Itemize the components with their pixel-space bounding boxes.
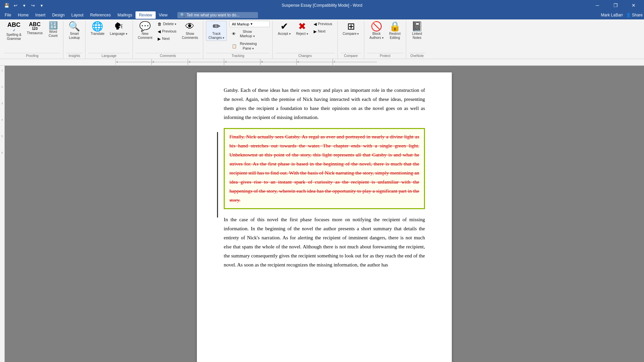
protect-buttons: 🚫 BlockAuthors ▾ 🔒 RestrictEditing [367,21,403,53]
svg-text:1: 1 [116,60,118,63]
svg-text:5: 5 [261,60,263,63]
reject-button[interactable]: ✖ Reject ▾ [294,21,311,37]
paragraph-1: Gatsby. Each of these ideas has their ow… [224,86,425,122]
wordcount-button[interactable]: 🔢 WordCount [46,21,60,39]
show-markup-icon: 👁 [232,32,236,36]
markup-dropdown-value: All Markup [232,22,249,26]
paragraph-2: In the case of this novel the first phas… [224,215,425,269]
ruler-mark-6: 6 [1,151,3,154]
menu-references[interactable]: References [87,11,114,19]
menu-bar: File Home Insert Design Layout Reference… [0,11,644,19]
track-changes-button[interactable]: ✏ TrackChanges ▾ [206,21,227,41]
ribbon-group-insights: 🔍 SmartLookup Insights [63,21,86,59]
menu-insert[interactable]: Insert [32,11,49,19]
insights-label: Insights [66,53,83,59]
comments-label: Comments [136,53,201,59]
ribbon-group-comments: 💬 NewComment 🗑 Delete ▾ ◀ Previous ▶ Nex… [133,21,204,59]
prev-change-button[interactable]: ◀ Previous [311,21,335,27]
ribbon-group-language: 🌐 Translate 🗣 Language ▾ Language [86,21,133,59]
accept-button[interactable]: ✔ Accept ▾ [275,21,293,37]
restore-button[interactable]: ❐ [608,0,623,11]
svg-rect-1 [115,62,377,62]
ribbon-group-tracking: ✏ TrackChanges ▾ All Markup ▾ 👁 Show Mar… [203,21,273,59]
new-comment-icon: 💬 [139,22,151,31]
menu-review[interactable]: Review [136,11,155,19]
search-icon: 🔍 [180,13,185,17]
main-layout: 1 2 3 4 5 6 Gatsby. Each of these ideas … [0,66,644,362]
show-markup-button[interactable]: 👁 Show Markup ▾ [229,28,270,39]
compare-label: Compare [340,53,362,59]
wordcount-icon: 🔢 [49,22,58,29]
document-area[interactable]: Gatsby. Each of these ideas has their ow… [5,66,644,362]
menu-design[interactable]: Design [49,11,68,19]
thesaurus-button[interactable]: ABC 123 Thesaurus [24,21,45,36]
next-comment-button[interactable]: ▶ Next [155,36,179,42]
ruler-mark-2: 2 [1,85,3,88]
reject-icon: ✖ [298,22,306,31]
ribbon-group-compare: ⊞ Compare ▾ Compare [338,21,365,59]
onenote-label: OneNote [409,53,425,59]
window-title: Suspense Essay [Compatibility Mode] - Wo… [282,3,363,8]
insights-buttons: 🔍 SmartLookup [66,21,83,53]
menu-view[interactable]: View [156,11,171,19]
delete-comment-button[interactable]: 🗑 Delete ▾ [155,21,179,27]
tracking-buttons: ✏ TrackChanges ▾ All Markup ▾ 👁 Show Mar… [206,21,270,53]
close-button[interactable]: ✕ [626,0,641,11]
next-change-button[interactable]: ▶ Next [311,28,335,35]
language-button[interactable]: 🗣 Language ▾ [108,21,130,37]
smart-lookup-button[interactable]: 🔍 SmartLookup [66,21,83,41]
ruler-mark-5: 5 [1,135,3,138]
show-comments-icon: 👁 [185,22,195,31]
customize-quick-access[interactable]: ▾ [38,1,46,9]
restrict-editing-icon: 🔒 [389,22,401,31]
redo-button[interactable]: ↪ [29,1,37,9]
strikethrough-text: Finally, Nick actually sees Gatsby. As r… [229,134,419,203]
highlighted-paragraph: Finally, Nick actually sees Gatsby. As r… [224,128,425,209]
title-bar-left: 💾 ↩ ▾ ↪ ▾ [3,1,46,9]
share-button[interactable]: 👤 Share [626,13,643,17]
save-button[interactable]: 💾 [3,1,11,9]
restrict-editing-button[interactable]: 🔒 RestrictEditing [387,21,403,41]
ribbon-group-proofing: ABC ✓ Spelling &Grammar ABC 123 Thesauru… [1,21,63,59]
menu-mailings[interactable]: Mailings [114,11,136,19]
linked-notes-icon: 📓 [411,22,423,31]
page[interactable]: Gatsby. Each of these ideas has their ow… [197,72,452,362]
reviewing-pane-icon: 📋 [232,44,237,49]
language-label: Language [88,53,130,59]
ribbon-group-protect: 🚫 BlockAuthors ▾ 🔒 RestrictEditing Prote… [364,21,406,59]
linked-notes-button[interactable]: 📓 LinkedNotes [409,21,425,41]
onenote-buttons: 📓 LinkedNotes [409,21,425,53]
ruler-mark-3: 3 [1,102,3,105]
minimize-button[interactable]: ─ [590,0,605,11]
title-bar: 💾 ↩ ▾ ↪ ▾ Suspense Essay [Compatibility … [0,0,644,11]
highlighted-text: Finally, Nick actually sees Gatsby. As r… [229,132,419,205]
markup-dropdown-arrow: ▾ [251,22,253,26]
ribbon-group-changes: ✔ Accept ▾ ✖ Reject ▾ ◀ Previous ▶ Next [273,21,337,59]
reviewing-pane-button[interactable]: 📋 Reviewing Pane ▾ [229,41,270,51]
prev-change-icon: ◀ [314,22,317,26]
new-comment-button[interactable]: 💬 NewComment [136,21,155,41]
undo-dropdown[interactable]: ▾ [20,1,28,9]
menu-search[interactable]: 🔍 Tell me what you want to do... [177,12,258,18]
quick-access-toolbar: 💾 ↩ ▾ ↪ ▾ [3,1,46,9]
spelling-grammar-button[interactable]: ABC ✓ Spelling &Grammar [4,21,24,42]
changes-label: Changes [275,53,334,59]
block-authors-button[interactable]: 🚫 BlockAuthors ▾ [367,21,386,41]
menu-layout[interactable]: Layout [68,11,87,19]
undo-button[interactable]: ↩ [11,1,19,9]
show-comments-button[interactable]: 👁 ShowComments [179,21,200,41]
window-controls: ─ ❐ ✕ [590,0,641,11]
menu-home[interactable]: Home [14,11,32,19]
left-ruler: 1 2 3 4 5 6 [0,66,5,362]
translate-button[interactable]: 🌐 Translate [88,21,107,37]
markup-dropdown[interactable]: All Markup ▾ [229,21,270,27]
prev-comment-button[interactable]: ◀ Previous [155,28,179,35]
next-comment-icon: ▶ [158,37,161,41]
ribbon-content: ABC ✓ Spelling &Grammar ABC 123 Thesauru… [0,19,644,59]
prev-comment-icon: ◀ [158,29,161,34]
menu-file[interactable]: File [1,11,14,19]
language-icon: 🗣 [114,22,123,31]
ruler-mark-4: 4 [1,118,3,121]
ruler-mark-1: 1 [1,69,3,72]
compare-button[interactable]: ⊞ Compare ▾ [340,21,362,37]
